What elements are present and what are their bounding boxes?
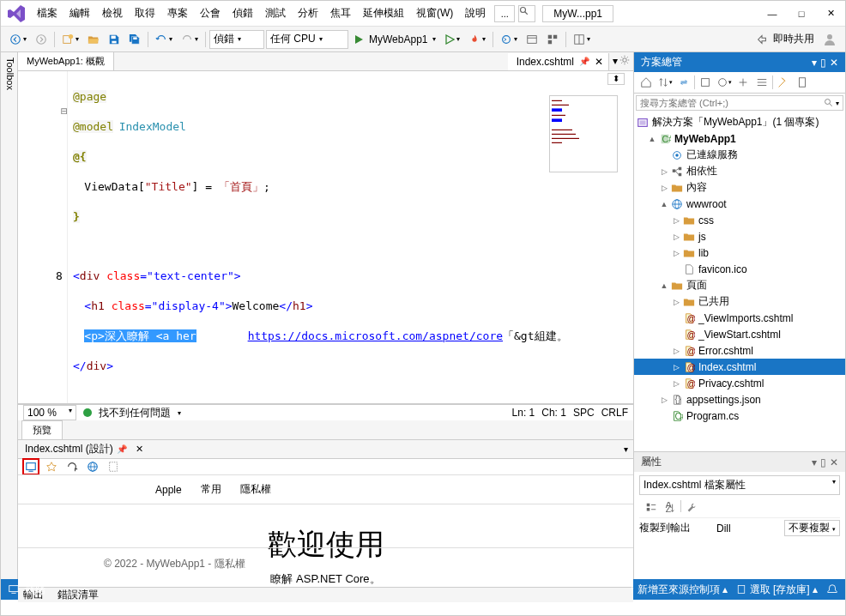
split-handle[interactable]: ⬍ bbox=[607, 73, 625, 85]
redo-button[interactable]: ▾ bbox=[178, 31, 202, 48]
tree-node[interactable]: ▲wwwroot bbox=[634, 196, 845, 212]
expand-icon[interactable]: ▲ bbox=[658, 200, 670, 208]
se-btn4[interactable] bbox=[697, 75, 714, 90]
live-share-button[interactable]: 即時共用 bbox=[752, 29, 818, 49]
issues-indicator-icon[interactable] bbox=[83, 408, 92, 417]
undo-button[interactable]: ▾ bbox=[152, 31, 176, 48]
menu-偵錯[interactable]: 偵錯 bbox=[227, 3, 258, 24]
se-btn9[interactable] bbox=[794, 75, 811, 90]
close-icon[interactable]: ✕ bbox=[136, 444, 143, 455]
preview-tab[interactable]: 預覽 bbox=[21, 420, 63, 439]
tb-icon-3[interactable]: ▾ bbox=[570, 31, 594, 48]
devtools-button[interactable] bbox=[23, 459, 39, 474]
menu-取得[interactable]: 取得 bbox=[130, 3, 160, 24]
tree-node[interactable]: ▷css bbox=[634, 212, 845, 228]
hot-reload-button[interactable]: ▾ bbox=[465, 31, 489, 48]
run-button[interactable]: MyWebApp1▾ bbox=[350, 31, 439, 48]
expand-icon[interactable]: ▷ bbox=[670, 379, 682, 388]
refresh-button[interactable] bbox=[64, 459, 80, 474]
save-button[interactable] bbox=[105, 31, 124, 48]
nav-link[interactable]: Apple bbox=[155, 484, 182, 496]
categorize-button[interactable] bbox=[643, 500, 660, 516]
prop-option[interactable]: 不要複製 ▾ bbox=[784, 520, 840, 536]
menu-公會[interactable]: 公會 bbox=[195, 3, 226, 24]
expand-icon[interactable]: ▷ bbox=[670, 249, 682, 257]
minimize-button[interactable]: — bbox=[758, 4, 787, 23]
tree-node[interactable]: ▷@Index.cshtml bbox=[634, 359, 845, 375]
expand-icon[interactable]: ▷ bbox=[670, 347, 682, 355]
close-button[interactable]: ✕ bbox=[816, 4, 845, 23]
menu-分析[interactable]: 分析 bbox=[293, 3, 323, 24]
panel-close-icon[interactable]: ✕ bbox=[830, 57, 838, 69]
repo-button[interactable]: 選取 [存放庫] ▴ bbox=[736, 583, 818, 597]
se-properties-button[interactable] bbox=[775, 75, 792, 90]
menu-編輯[interactable]: 編輯 bbox=[64, 3, 95, 24]
toolbox-tab[interactable]: Toolbox bbox=[1, 52, 18, 579]
tab-overflow-button[interactable]: ▾ bbox=[619, 444, 633, 454]
tab-settings-button[interactable] bbox=[619, 55, 630, 68]
tree-node[interactable]: ▷@Error.cshtml bbox=[634, 342, 845, 359]
expand-icon[interactable]: ▷ bbox=[658, 184, 670, 192]
se-switch-button[interactable]: ▾ bbox=[656, 75, 674, 90]
solution-name[interactable]: MyW...pp1 bbox=[542, 5, 613, 22]
se-btn7[interactable] bbox=[753, 75, 770, 90]
code-content[interactable]: @page @model IndexModel ⊟@{ ViewData["Ti… bbox=[18, 71, 633, 403]
zoom-combo[interactable]: 100 %▾ bbox=[23, 405, 76, 420]
menu-延伸模組[interactable]: 延伸模組 bbox=[358, 3, 409, 24]
tb-icon-2[interactable] bbox=[543, 31, 562, 48]
tb-icon-1[interactable] bbox=[523, 31, 541, 48]
globe-button[interactable] bbox=[85, 459, 100, 474]
open-button[interactable] bbox=[84, 31, 103, 48]
property-subject[interactable]: Index.cshtml 檔案屬性▾ bbox=[639, 475, 840, 495]
titlebar-search-icon[interactable] bbox=[518, 5, 535, 22]
expand-icon[interactable]: ▲ bbox=[646, 135, 658, 143]
code-editor[interactable]: ⬍ ▬▬▬▬▬▬▬▬▬▬▬▬▬▬▬▬▬▬▬▬▬▬▬▬▬▬▬▬▬▬▬▬▬▬▬▬▬▬… bbox=[18, 71, 633, 404]
solution-tree[interactable]: 解決方案「MyWebApp1」(1 個專案) ▲C#MyWebApp1已連線服務… bbox=[634, 112, 845, 451]
tree-node[interactable]: @_ViewStart.cshtml bbox=[634, 326, 845, 342]
tree-root[interactable]: 解決方案「MyWebApp1」(1 個專案) bbox=[634, 114, 845, 130]
nav-link[interactable]: 常用 bbox=[201, 482, 221, 497]
code-minimap[interactable]: ▬▬▬▬▬▬▬▬▬▬▬▬▬▬▬▬▬▬▬▬▬▬▬▬▬▬▬▬▬▬▬▬▬▬▬▬▬▬ bbox=[549, 95, 618, 172]
tree-node[interactable]: ▷lib bbox=[634, 245, 845, 261]
menu-視窗(W)[interactable]: 視窗(W) bbox=[411, 3, 458, 24]
expand-icon[interactable]: ▷ bbox=[658, 167, 670, 176]
tree-node[interactable]: ▷{}appsettings.json bbox=[634, 391, 845, 408]
tree-node[interactable]: @_ViewImports.cshtml bbox=[634, 310, 845, 326]
panel-dropdown-icon[interactable]: ▾ bbox=[812, 456, 817, 468]
panel-dropdown-icon[interactable]: ▾ bbox=[812, 57, 817, 69]
property-row[interactable]: 複製到輸出 Dill 不要複製 ▾ bbox=[639, 518, 840, 538]
expand-icon[interactable]: ▲ bbox=[658, 281, 670, 290]
prop-value[interactable]: Dill bbox=[716, 522, 784, 534]
menu-說明[interactable]: 說明 bbox=[460, 3, 491, 24]
panel-pin-icon[interactable]: ▯ bbox=[820, 456, 826, 468]
tree-node[interactable]: ▲頁面 bbox=[634, 277, 845, 293]
menu-檔案[interactable]: 檔案 bbox=[32, 3, 63, 24]
page-button[interactable] bbox=[106, 459, 121, 474]
se-btn6[interactable] bbox=[734, 75, 752, 90]
alphabetize-button[interactable]: AZ bbox=[662, 500, 679, 516]
doc-tab-overview[interactable]: MyWebApp1: 概觀 bbox=[18, 52, 114, 70]
tree-node[interactable]: ▷已共用 bbox=[634, 293, 845, 310]
menu-測試[interactable]: 測試 bbox=[260, 3, 291, 24]
expand-icon[interactable]: ▷ bbox=[670, 233, 682, 241]
tree-node[interactable]: ▷js bbox=[634, 228, 845, 245]
tree-node[interactable]: 已連線服務 bbox=[634, 147, 845, 163]
bottom-tab[interactable]: 錯誤清單 bbox=[57, 588, 99, 602]
tree-node[interactable]: C#Program.cs bbox=[634, 408, 845, 424]
design-tab[interactable]: Index.cshtml (設計) 📌 ✕ bbox=[18, 440, 150, 458]
expand-icon[interactable]: ▷ bbox=[670, 216, 682, 225]
menu-檢視[interactable]: 檢視 bbox=[97, 3, 128, 24]
forward-button[interactable] bbox=[32, 31, 51, 48]
expand-icon[interactable]: ▷ bbox=[670, 298, 682, 306]
run-no-debug-button[interactable]: ▾ bbox=[441, 32, 463, 47]
tree-node[interactable]: favicon.ico bbox=[634, 261, 845, 277]
css-button[interactable] bbox=[44, 459, 59, 474]
back-button[interactable]: ▾ bbox=[6, 31, 30, 48]
menu-專案[interactable]: 專案 bbox=[162, 3, 193, 24]
se-home-button[interactable] bbox=[638, 75, 655, 90]
tab-overflow-button[interactable]: ▾ bbox=[613, 55, 618, 68]
tree-node[interactable]: ▲C#MyWebApp1 bbox=[634, 130, 845, 147]
titlebar-search[interactable]: ... bbox=[494, 5, 515, 22]
account-button[interactable] bbox=[819, 30, 840, 49]
tree-node[interactable]: ▷相依性 bbox=[634, 163, 845, 179]
